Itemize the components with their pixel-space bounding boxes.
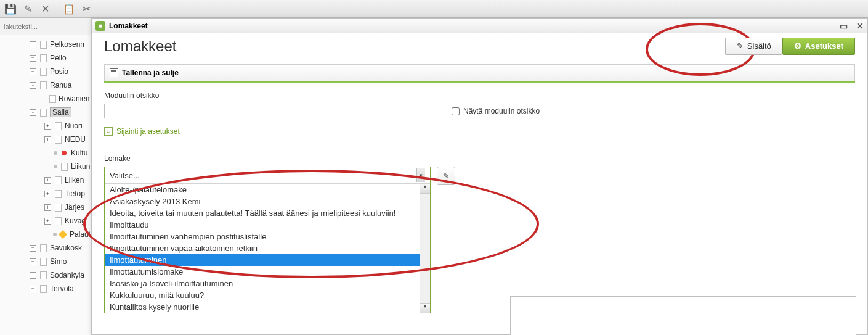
- page-icon: [54, 217, 62, 225]
- select-option[interactable]: Ilmoittaudu: [105, 219, 430, 231]
- module-title-input[interactable]: [104, 104, 444, 118]
- location-settings-toggle[interactable]: ⌄ Sijainti ja asetukset: [104, 127, 855, 136]
- expand-icon[interactable]: +: [44, 136, 51, 143]
- tree-node[interactable]: +Posio: [0, 65, 91, 78]
- page-icon: [39, 108, 47, 117]
- tree-node[interactable]: +Simo: [0, 255, 91, 268]
- tree-node[interactable]: Rovaniem: [0, 92, 91, 105]
- select-option[interactable]: Ilmoittautuminen vapaa-aikatoimen retkii…: [105, 242, 430, 254]
- select-option[interactable]: Ilmoittautuminen vanhempien postituslist…: [105, 231, 430, 242]
- tab-content-label: Sisältö: [747, 41, 771, 51]
- checkbox-label: Näytä moduulin otsikko: [463, 107, 540, 115]
- tree-node[interactable]: +Sodankyla: [0, 268, 91, 282]
- tree-node[interactable]: +Tervola: [0, 282, 91, 296]
- tree-node-label: Simo: [50, 257, 67, 266]
- tree-node-label: Pello: [50, 54, 67, 62]
- expand-icon[interactable]: +: [30, 245, 36, 252]
- tree-node[interactable]: +Tietop: [0, 187, 91, 201]
- tree-node[interactable]: +Nuori: [0, 119, 91, 133]
- description-textarea[interactable]: [510, 296, 856, 335]
- expand-icon[interactable]: +: [30, 55, 36, 62]
- page-icon: [54, 189, 62, 198]
- cut-icon[interactable]: ✂: [79, 2, 93, 15]
- select-option[interactable]: Isosisko ja Isoveli-ilmoittautuminen: [105, 278, 430, 289]
- page-icon: [39, 81, 47, 89]
- gear-icon: ⚙: [794, 41, 801, 51]
- scroll-up-icon[interactable]: ▲: [420, 184, 430, 194]
- tree-node[interactable]: +Savukosk: [0, 241, 91, 255]
- tree-node-label: Nuori: [65, 122, 83, 130]
- expand-icon: [44, 150, 51, 157]
- tree-node[interactable]: -Ranua: [0, 78, 91, 92]
- expand-icon: [44, 163, 51, 170]
- tab-settings[interactable]: ⚙ Asetukset: [782, 38, 855, 55]
- select-placeholder: Valitse...: [110, 171, 140, 180]
- select-option[interactable]: Asiakaskysely 2013 Kemi: [105, 196, 430, 207]
- page-icon: [54, 203, 62, 212]
- expand-icon[interactable]: +: [44, 204, 51, 211]
- tree-node-label: Posio: [50, 67, 68, 76]
- lomake-select[interactable]: Valitse... ▾ Aloite-/palautelomakeAsiaka…: [104, 167, 431, 313]
- edit-lomake-button[interactable]: ✎: [437, 167, 455, 185]
- select-options: Aloite-/palautelomakeAsiakaskysely 2013 …: [105, 183, 430, 313]
- save-and-close-button[interactable]: Tallenna ja sulje: [104, 64, 855, 81]
- caret-down-icon[interactable]: ▾: [416, 168, 425, 182]
- scroll-down-icon[interactable]: ▼: [420, 303, 430, 313]
- tree-node[interactable]: +Kuvag: [0, 214, 91, 228]
- chevron-down-icon: ⌄: [104, 127, 113, 136]
- tree-node-label: Tervola: [50, 284, 74, 293]
- select-option[interactable]: Ilmottautumislomake: [105, 266, 430, 278]
- tree-node[interactable]: +Liiken: [0, 173, 91, 187]
- select-option[interactable]: Kuntaliitos kysely nuorille: [105, 301, 430, 313]
- save-label: Tallenna ja sulje: [122, 68, 179, 77]
- expand-icon[interactable]: +: [44, 218, 51, 225]
- expand-icon[interactable]: +: [30, 258, 36, 265]
- tree-node[interactable]: Palaut: [0, 228, 91, 241]
- select-option[interactable]: Ilmottautuminen: [105, 254, 430, 266]
- page-icon: [39, 40, 47, 49]
- select-option[interactable]: Kukkuluuruu, mitä kuuluu?: [105, 289, 430, 301]
- select-head[interactable]: Valitse... ▾: [105, 167, 430, 183]
- tree-node-label: Tietop: [65, 189, 85, 198]
- expand-icon[interactable]: +: [30, 41, 36, 48]
- expand-icon[interactable]: -: [30, 82, 36, 89]
- expand-icon[interactable]: -: [30, 109, 36, 116]
- tree-node-label: Rovaniem: [59, 94, 91, 103]
- close-icon[interactable]: ✕: [38, 2, 52, 15]
- tree-node[interactable]: Kultu: [0, 146, 91, 160]
- checkbox-input[interactable]: [452, 107, 460, 115]
- dialog-header: Lomakkeet ✎ Sisältö ⚙ Asetukset: [92, 33, 867, 59]
- page-title: Lomakkeet: [104, 38, 176, 55]
- disk-icon[interactable]: 💾: [4, 2, 17, 15]
- paste-icon[interactable]: 📋: [62, 2, 76, 15]
- tree-node[interactable]: -Salla: [0, 105, 91, 119]
- expand-icon[interactable]: +: [30, 286, 36, 292]
- tree-node[interactable]: Liikun: [0, 160, 91, 173]
- tree-node[interactable]: +Pello: [0, 51, 91, 65]
- close-window-icon[interactable]: ✕: [856, 21, 864, 31]
- expand-icon[interactable]: +: [44, 191, 51, 197]
- select-option[interactable]: Ideoita, toiveita tai muuten palautetta!…: [105, 207, 430, 219]
- tree-node-label: Pelkosenn: [50, 40, 84, 49]
- select-option[interactable]: Aloite-/palautelomake: [105, 184, 430, 196]
- tree-node[interactable]: +Pelkosenn: [0, 38, 91, 51]
- tree-node-label: Kultu: [71, 149, 87, 157]
- expand-icon[interactable]: +: [44, 177, 51, 184]
- tree-node-label: NEDU: [65, 135, 86, 144]
- tab-content[interactable]: ✎ Sisältö: [725, 38, 782, 55]
- expand-icon[interactable]: +: [30, 272, 36, 279]
- dialog-titlebar: ■ Lomakkeet ▭ ✕: [92, 19, 867, 33]
- search-input[interactable]: [4, 23, 87, 30]
- pencil-icon[interactable]: ✎: [21, 2, 34, 15]
- maximize-icon[interactable]: ▭: [840, 21, 848, 31]
- sidebar-search[interactable]: [0, 18, 91, 35]
- show-module-title-checkbox[interactable]: Näytä moduulin otsikko: [452, 107, 540, 115]
- tree-node[interactable]: +Järjes: [0, 201, 91, 214]
- tree-node[interactable]: +NEDU: [0, 133, 91, 146]
- scrollbar[interactable]: ▲ ▼: [420, 184, 430, 313]
- tab-settings-label: Asetukset: [805, 41, 843, 51]
- expand-icon[interactable]: +: [30, 68, 36, 75]
- expand-icon[interactable]: +: [44, 123, 51, 130]
- record-icon: [60, 149, 68, 157]
- app-logo-icon: ■: [95, 21, 105, 31]
